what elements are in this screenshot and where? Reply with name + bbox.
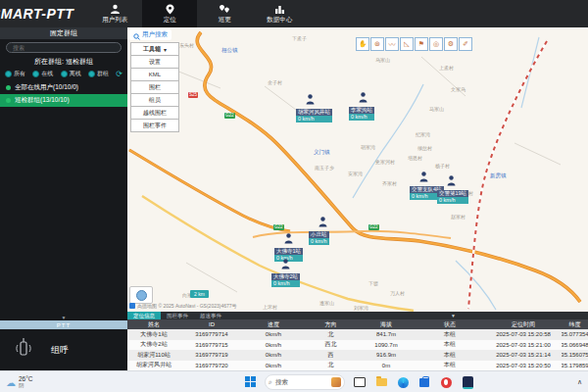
group-item-inspection[interactable]: 巡检群组(13/10/10) [0,94,127,107]
filter-group[interactable]: 群组 [88,70,109,78]
edge-browser-button[interactable] [396,375,410,389]
map-place-label: 史家河村 [375,159,395,165]
toolbox-item-kml[interactable]: KML [130,68,179,81]
group-call-row[interactable]: 组呼 [0,329,127,370]
radio-icon [88,71,95,77]
toolbox-header[interactable]: 工具箱 ▾ [130,42,179,56]
toolbox-item-fence[interactable]: 围栏 [130,80,179,94]
folder-icon [376,378,387,386]
map-user-search[interactable]: 用户搜索 [129,29,172,40]
map-place-label: 上孟村 [439,65,454,71]
toolbox-item-members[interactable]: 组员 [130,93,179,107]
map-town-label: 相公镇 [221,47,238,54]
table-row[interactable]: 胡家河110站 3169779719 0km/h 西 916.9m 本组 202… [127,350,588,361]
opera-browser-button[interactable] [439,375,453,389]
satellite-layer-toggle[interactable] [129,286,153,304]
user-marker[interactable]: 交警第19站0 km/h [437,172,468,204]
tab-overspeed-events[interactable]: 超速事件 [194,312,227,319]
file-explorer-button[interactable] [374,375,388,389]
map-place-label: 倾岔村 [417,145,432,151]
circle-tool-icon[interactable]: ◎ [429,37,443,51]
tab-location-info[interactable]: 定位信息 [127,312,161,319]
table-row[interactable]: 大佛寺1站 3169779714 0km/h 北 841.7m 本组 2025-… [127,329,588,340]
search-highlight-thumbnail [331,377,341,387]
road-badge: G22 [368,224,379,230]
map-town-label: 义门镇 [314,149,330,156]
task-view-icon [354,377,366,387]
marker-name: 交警第19站 [437,190,468,197]
panel-collapse-arrow[interactable]: ▼ [451,312,456,319]
user-marker[interactable]: 胡家河风井站0 km/h [296,91,332,122]
sidebar-empty-area [0,107,127,315]
taskbar-search-input[interactable]: ⌕ 搜索 [265,374,345,390]
app-logo: SMART-PTT [0,6,74,22]
marker-name: 大佛寺1站 [274,248,303,255]
store-button[interactable] [417,375,431,389]
tab-fence-events[interactable]: 围栏事件 [161,312,194,319]
map-place-label: 纪家湾 [416,131,430,137]
map-place-label: 刘家湾 [354,305,368,311]
group-search-input[interactable] [6,42,122,53]
toolbox-item-settings[interactable]: 设置 [130,55,179,69]
map-place-label: 文家乌 [451,86,466,92]
map-place-label: 逢家山 [319,300,334,306]
map-place-label: 南玉子乡 [315,165,334,171]
filter-online[interactable]: 在线 [32,70,53,78]
user-marker[interactable]: 李家沟站0 km/h [349,89,374,121]
map-place-label: 下孟子 [292,35,307,41]
map-place-label: 金子村 [268,79,282,85]
table-row[interactable]: 大佛寺2站 3169779715 0km/h 西北 1090.7m 本组 202… [127,340,588,351]
tab-data-center[interactable]: 数据中心 [252,0,307,27]
taskbar-weather-widget[interactable]: ☁ 26°C 阴 [6,376,33,388]
user-marker[interactable]: 大佛寺2站0 km/h [271,256,300,287]
map-canvas[interactable]: S25 G22 G22 G22 东头村 下孟子 相公镇 金子村 上孟村 乌家山 … [127,27,588,312]
person-marker-icon [284,230,303,248]
ptt-bar[interactable]: PTT [0,320,127,329]
refresh-icon[interactable]: ⟳ [116,71,122,78]
toolbox-item-crossline-fence[interactable]: 越线围栏 [130,106,179,120]
task-view-button[interactable] [353,375,367,389]
polyline-tool-icon[interactable]: 〰 [385,37,399,51]
settings-tool-icon[interactable]: ⚙ [444,37,458,51]
toolbox-item-fence-events[interactable]: 围栏事件 [130,119,179,132]
filter-all[interactable]: 所有 [5,70,25,78]
tab-user-list[interactable]: 用户列表 [87,0,142,27]
group-call-label: 组呼 [51,344,69,357]
road-badge: G22 [224,113,235,119]
marker-speed: 0 km/h [437,197,468,204]
app-titlebar: SMART-PTT 用户列表 定位 巡更 数据中心 [0,0,588,27]
road-badge: S25 [188,92,198,98]
windows-taskbar: ☁ 26°C 阴 ⌕ 搜索 ∧ [0,370,588,392]
map-place-label: 东头村 [179,42,194,48]
marker-name: 李家沟站 [349,107,374,114]
search-icon: ⌕ [269,378,272,386]
bottom-info-panel: 定位信息 围栏事件 超速事件 ▼ 姓名 ID 速度 方向 海拔 状态 定位时间 … [127,312,588,370]
globe-icon [136,290,147,301]
weather-desc: 阴 [19,382,33,388]
group-item-all-online[interactable]: 全部在线用户(10/10/0) [0,81,127,94]
tab-positioning[interactable]: 定位 [142,0,197,27]
walkie-talkie-icon [14,336,33,364]
map-toolbox-menu: 工具箱 ▾ 设置 KML 围栏 组员 越线围栏 围栏事件 [130,43,179,132]
tray-expand-chevron[interactable]: ∧ [577,378,582,386]
online-dot-icon [6,98,11,103]
user-marker[interactable]: 小庄站0 km/h [309,214,329,245]
select-tool-icon[interactable]: ⊛ [370,37,384,51]
pan-tool-icon[interactable]: ✋ [356,37,369,51]
measure-tool-icon[interactable]: ◺ [400,37,414,51]
cloud-icon: ☁ [6,377,16,388]
marker-speed: 0 km/h [349,114,374,121]
ptt-app-button[interactable] [461,375,474,389]
table-row[interactable]: 胡家河风井站 3169779720 0km/h 北 0m 本组 2025-07-… [127,361,588,371]
map-place-label: 马家山 [429,106,444,112]
start-button[interactable] [245,376,257,388]
current-group-label: 所在群组: 巡检群组 [0,57,127,67]
erase-tool-icon[interactable]: ✐ [459,37,472,51]
bar-chart-icon [274,4,285,15]
flag-tool-icon[interactable]: ⚑ [415,37,428,51]
opera-icon [441,377,452,388]
map-drawing-toolbar: ✋ ⊛ 〰 ◺ ⚑ ◎ ⚙ ✐ [356,37,472,51]
map-town-label: 新房镇 [490,172,507,179]
filter-offline[interactable]: 离线 [61,70,81,78]
tab-patrol[interactable]: 巡更 [197,0,252,27]
